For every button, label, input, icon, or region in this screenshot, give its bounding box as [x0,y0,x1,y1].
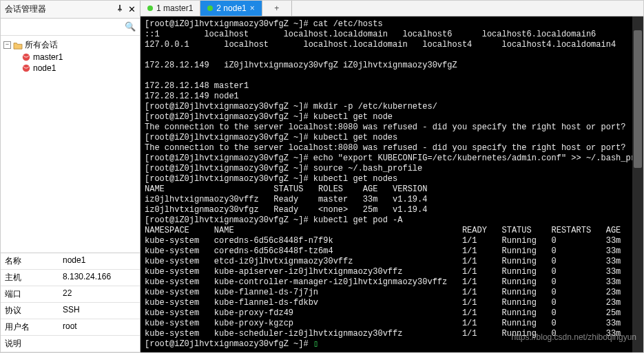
tree-session-node1[interactable]: node1 [2,63,138,74]
session-manager-header: 会话管理器 ✕ [1,1,140,19]
prop-value: SSH [59,303,140,319]
tab-bar: 1 master1 2 node1 × + [141,1,643,17]
plus-icon: + [274,3,279,13]
session-search-row: 🔍 [1,19,140,36]
prop-row-user: 用户名 root [1,319,140,336]
terminal[interactable]: [root@iZ0jlhvtxignmaozy30vfgZ ~]# cat /e… [141,17,643,352]
tab-add[interactable]: + [262,1,292,16]
prop-row-port: 端口 22 [1,286,140,303]
tab-label: 1 master1 [156,3,193,13]
tab-label: 2 node1 [216,3,246,13]
tree-root-label: 所有会话 [25,39,58,51]
tab-master1[interactable]: 1 master1 [141,1,200,16]
status-dot-icon [207,6,213,11]
tab-close-icon[interactable]: × [250,3,255,13]
session-tree: − 所有会话 master1 node1 [1,36,140,76]
prop-key: 用户名 [1,319,59,335]
folder-icon [13,41,23,50]
session-icon [21,63,31,73]
prop-key: 主机 [1,270,59,286]
session-search-input[interactable] [3,21,137,33]
prop-row-name: 名称 node1 [1,253,140,270]
prop-value: root [59,319,140,335]
tree-session-label: master1 [33,52,63,62]
terminal-output: [root@iZ0jlhvtxignmaozy30vfgZ ~]# cat /e… [145,19,643,349]
right-panel: 1 master1 2 node1 × + [root@iZ0jlhvtxign… [141,1,643,352]
prop-row-protocol: 协议 SSH [1,303,140,319]
tree-collapse-icon[interactable]: − [3,41,11,49]
prop-key: 协议 [1,303,59,319]
svg-rect-0 [119,10,120,12]
prop-value: 8.130.24.166 [59,270,140,286]
prop-value: 22 [59,286,140,302]
status-dot-icon [147,6,153,11]
app-root: 会话管理器 ✕ 🔍 − 所有会话 [0,0,644,353]
prop-row-desc: 说明 [1,336,140,352]
prop-value: node1 [59,253,140,269]
scroll-thumb[interactable] [634,30,642,168]
prop-key: 端口 [1,286,59,302]
session-icon [21,52,31,62]
tree-root-row[interactable]: − 所有会话 [2,39,138,52]
terminal-scrollbar[interactable] [632,17,643,352]
close-icon[interactable]: ✕ [128,5,136,14]
prop-key: 名称 [1,253,59,269]
search-icon[interactable]: 🔍 [125,21,136,32]
terminal-cursor: ▯ [313,339,318,349]
left-panel: 会话管理器 ✕ 🔍 − 所有会话 [1,1,141,352]
prop-row-host: 主机 8.130.24.166 [1,270,140,286]
session-manager-title: 会话管理器 [5,3,46,15]
tab-node1[interactable]: 2 node1 × [200,1,262,16]
tree-session-master1[interactable]: master1 [2,52,138,63]
prop-value [59,336,140,352]
prop-key: 说明 [1,336,59,352]
session-properties: 名称 node1 主机 8.130.24.166 端口 22 协议 SSH 用户… [1,253,140,352]
tree-session-label: node1 [33,63,56,73]
pin-icon[interactable] [116,4,124,14]
